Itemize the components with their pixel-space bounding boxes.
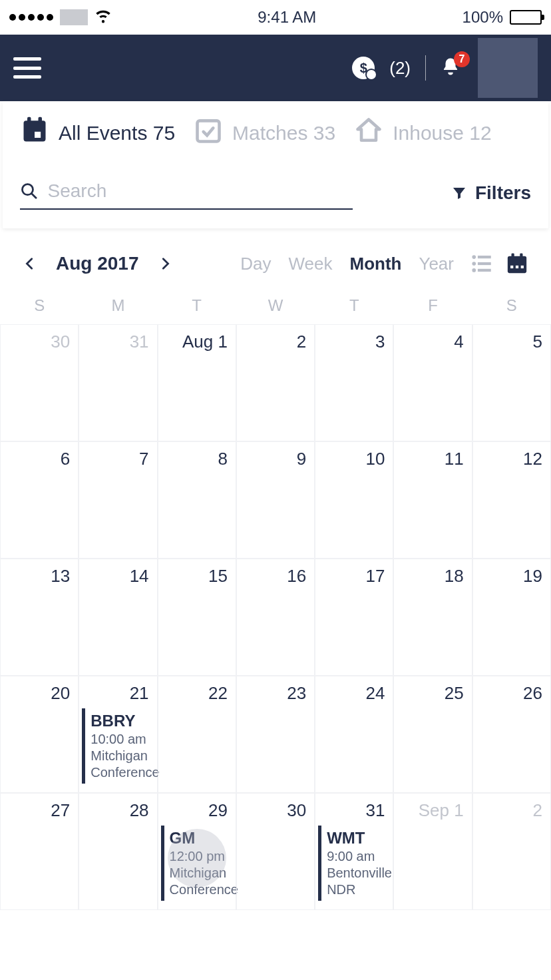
month-label[interactable]: Aug 2017 — [56, 253, 139, 274]
day-number: 5 — [481, 332, 542, 352]
calendar-cell[interactable]: 2 — [236, 324, 315, 441]
calendar-grid: 3031Aug 12345678910111213141516171819202… — [0, 324, 551, 910]
weekday-label: F — [393, 296, 472, 315]
dollar-check-icon[interactable]: $ — [352, 57, 375, 79]
filters-label: Filters — [475, 182, 531, 204]
calendar-cell[interactable]: 22 — [158, 676, 236, 793]
svg-rect-13 — [508, 256, 526, 274]
calendar-cell[interactable]: 3 — [315, 324, 393, 441]
calendar-cell[interactable]: 23 — [236, 676, 315, 793]
calendar-cell[interactable]: 10 — [315, 441, 393, 559]
battery-icon — [510, 10, 542, 25]
calendar-cell[interactable]: 27 — [0, 793, 79, 910]
svg-rect-1 — [35, 132, 41, 138]
tab-label: Inhouse 12 — [393, 122, 491, 144]
status-bar: 9:41 AM 100% — [0, 0, 551, 35]
calendar-cell[interactable]: 8 — [158, 441, 236, 559]
next-month-button[interactable] — [158, 256, 172, 271]
day-number: 21 — [87, 683, 148, 704]
wifi-icon — [94, 7, 112, 28]
calendar-cell[interactable]: 11 — [393, 441, 472, 559]
app-header: $ (2) 7 — [0, 35, 551, 101]
view-week[interactable]: Week — [288, 254, 332, 274]
calendar-cell[interactable]: 24 — [315, 676, 393, 793]
calendar-cell[interactable]: 12 — [472, 441, 551, 559]
day-number: 2 — [481, 800, 542, 821]
day-number: 4 — [402, 332, 463, 352]
day-number: 3 — [323, 332, 385, 352]
money-count: (2) — [389, 58, 411, 79]
svg-rect-4 — [198, 121, 220, 141]
calendar-cell[interactable]: Aug 1 — [158, 324, 236, 441]
event-card[interactable]: BBRY10:00 amMitchiganConference — [82, 708, 156, 784]
calendar-cell[interactable]: 4 — [393, 324, 472, 441]
avatar[interactable] — [478, 38, 538, 98]
calendar-cell[interactable]: 25 — [393, 676, 472, 793]
calendar-cell[interactable]: 28 — [79, 793, 157, 910]
tab-inhouse[interactable]: Inhouse 12 — [354, 116, 491, 150]
calendar-cell[interactable]: 16 — [236, 559, 315, 676]
tab-all[interactable]: All Events 75 — [20, 116, 175, 150]
svg-rect-3 — [39, 117, 43, 123]
calendar-cell[interactable]: 2 — [472, 793, 551, 910]
notifications-button[interactable]: 7 — [441, 57, 463, 79]
day-number: 24 — [323, 683, 385, 704]
calendar-cell[interactable]: 20 — [0, 676, 79, 793]
calendar-cell[interactable]: 21BBRY10:00 amMitchiganConference — [79, 676, 157, 793]
calendar-cell[interactable]: 19 — [472, 559, 551, 676]
calendar-cell[interactable]: 6 — [0, 441, 79, 559]
view-day[interactable]: Day — [240, 254, 271, 274]
search-input[interactable] — [48, 180, 353, 202]
svg-rect-10 — [478, 262, 491, 265]
calendar-view-icon[interactable] — [506, 252, 528, 275]
calendar-cell[interactable]: 30 — [236, 793, 315, 910]
calendar-cell[interactable]: 17 — [315, 559, 393, 676]
calendar-cell[interactable]: 7 — [79, 441, 157, 559]
calendar-cell[interactable]: 31 — [79, 324, 157, 441]
check-calendar-icon — [194, 116, 223, 150]
list-view-icon[interactable] — [471, 252, 494, 275]
calendar-cell[interactable]: 30 — [0, 324, 79, 441]
search-icon — [20, 181, 39, 201]
signal-dots-icon — [9, 14, 53, 21]
calendar-cell[interactable]: 18 — [393, 559, 472, 676]
calendar-cell[interactable]: 13 — [0, 559, 79, 676]
svg-rect-16 — [521, 266, 524, 268]
view-month[interactable]: Month — [349, 254, 401, 274]
day-number: 16 — [245, 566, 306, 587]
calendar-header: Aug 2017 Day Week Month Year — [0, 240, 551, 284]
day-number: Sep 1 — [402, 800, 463, 821]
tab-matches[interactable]: Matches 33 — [194, 116, 335, 150]
event-title: BBRY — [91, 711, 155, 731]
calendar-cell[interactable]: 26 — [472, 676, 551, 793]
event-line: Conference — [91, 764, 155, 781]
calendar-cell[interactable]: 9 — [236, 441, 315, 559]
calendar-cell[interactable]: 31WMT9:00 amBentonvilleNDR — [315, 793, 393, 910]
calendar-cell[interactable]: 5 — [472, 324, 551, 441]
weekday-label: S — [472, 296, 551, 315]
calendar-cell[interactable]: Sep 1 — [393, 793, 472, 910]
event-card[interactable]: GM12:00 pmMitchiganConference — [161, 826, 236, 901]
status-time: 9:41 AM — [258, 8, 316, 27]
tab-label: Matches 33 — [232, 122, 335, 144]
battery-label: 100% — [462, 8, 503, 27]
search-box — [20, 176, 353, 210]
day-number: 22 — [166, 683, 228, 704]
svg-line-6 — [32, 194, 36, 198]
day-number: 31 — [323, 800, 385, 821]
calendar-cell[interactable]: 29GM12:00 pmMitchiganConference — [158, 793, 236, 910]
event-time: 12:00 pm — [170, 848, 234, 865]
day-number: 27 — [9, 800, 70, 821]
day-number: 19 — [481, 566, 542, 587]
filters-button[interactable]: Filters — [451, 182, 531, 204]
calendar-cell[interactable]: 14 — [79, 559, 157, 676]
event-card[interactable]: WMT9:00 amBentonvilleNDR — [318, 826, 393, 901]
view-year[interactable]: Year — [419, 254, 454, 274]
menu-icon[interactable] — [13, 57, 41, 79]
day-number: 10 — [323, 449, 385, 469]
day-number: 9 — [245, 449, 306, 469]
prev-month-button[interactable] — [23, 256, 37, 271]
event-line: Mitchigan — [170, 865, 234, 881]
svg-rect-12 — [478, 269, 491, 272]
calendar-cell[interactable]: 15 — [158, 559, 236, 676]
